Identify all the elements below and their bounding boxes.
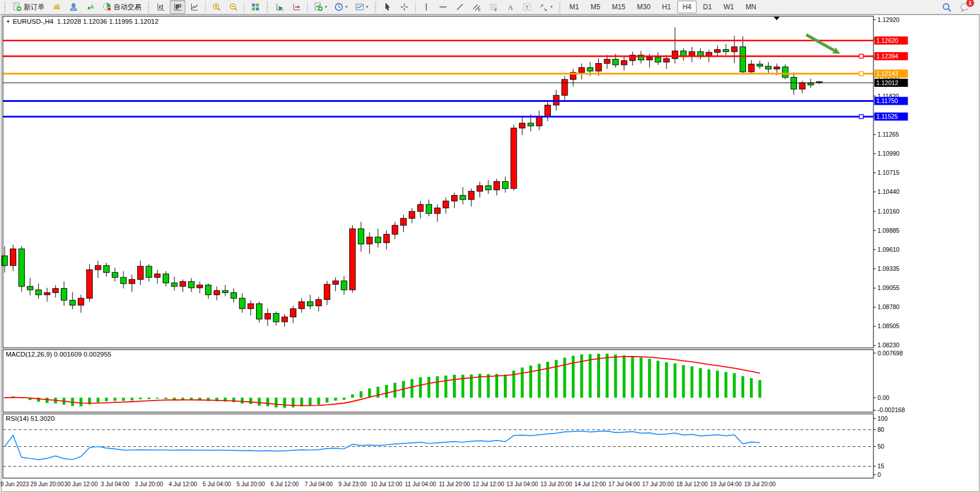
- toolbar: 新订单自动交易▾▾▾EFAT↗↘▾M1M5M15M30H1H4D1W1MN1: [0, 0, 980, 14]
- text-button[interactable]: A: [503, 0, 518, 14]
- auto-scroll-icon: [275, 2, 284, 12]
- chart-shift-icon: [291, 2, 301, 12]
- tile-windows-button[interactable]: [247, 0, 263, 14]
- tf-w1-button[interactable]: W1: [718, 1, 739, 13]
- zoom-out-icon: [228, 2, 238, 12]
- notification-badge: 1: [966, 0, 975, 8]
- text-icon: A: [506, 2, 515, 12]
- text-label-icon: T: [522, 2, 532, 12]
- templates-button[interactable]: ▾: [352, 0, 371, 14]
- person-icon: [69, 2, 78, 12]
- quotes-button[interactable]: [49, 0, 64, 14]
- bars-icon: [156, 2, 166, 12]
- auto-scroll-button[interactable]: [272, 0, 287, 14]
- zoom-out-button[interactable]: [225, 0, 241, 14]
- gold-icon: [52, 2, 61, 12]
- svg-text:E: E: [478, 8, 481, 12]
- text-label-button[interactable]: T: [520, 0, 535, 14]
- tf-m5-button[interactable]: M5: [586, 1, 606, 13]
- fibonacci-icon: F: [489, 2, 498, 12]
- person-icon: [68, 2, 78, 12]
- arrows-icon: ↗↘: [539, 2, 549, 12]
- chart-shift-icon: [292, 2, 301, 12]
- template-icon: [354, 2, 364, 12]
- globe-icon: [102, 2, 112, 12]
- crosshair-icon: [400, 2, 409, 12]
- clock-icon: [334, 2, 343, 12]
- crosshair-button[interactable]: [397, 0, 412, 14]
- notifications-button[interactable]: 1: [960, 2, 970, 12]
- toolbar-separator: [244, 2, 244, 13]
- cursor-icon: [383, 2, 392, 12]
- equidistant-channel-button[interactable]: E: [469, 0, 485, 14]
- zoom-in-icon: [211, 2, 221, 12]
- vline-icon: [422, 2, 431, 12]
- new-order-icon: [12, 2, 22, 12]
- new-order-button-label: 新订单: [24, 2, 45, 12]
- svg-text:F: F: [495, 8, 497, 12]
- chart-shift-button[interactable]: [288, 0, 304, 14]
- template-icon: [355, 2, 364, 12]
- horizontal-line-button[interactable]: [436, 0, 451, 14]
- toolbar-grip[interactable]: [3, 2, 6, 13]
- arrows-button[interactable]: ↗↘▾: [536, 0, 556, 14]
- line-chart-button[interactable]: [187, 0, 202, 14]
- channel-icon: E: [472, 2, 481, 12]
- candlestick-chart-button[interactable]: [170, 0, 185, 14]
- zoom-in-button[interactable]: [209, 0, 224, 14]
- periods-button[interactable]: ▾: [331, 0, 351, 14]
- svg-text:A: A: [508, 3, 514, 12]
- toolbar-grip[interactable]: [374, 2, 377, 13]
- signal-icon: [85, 2, 95, 12]
- tf-mn-button[interactable]: MN: [740, 1, 762, 13]
- indicators-button[interactable]: ▾: [310, 0, 330, 14]
- news-button[interactable]: [82, 0, 98, 14]
- tf-m1-button[interactable]: M1: [564, 1, 584, 13]
- toolbar-grip[interactable]: [558, 2, 561, 13]
- autotrading-button-label: 自动交易: [114, 2, 141, 12]
- tf-h4-button[interactable]: H4: [677, 1, 696, 13]
- trendline-icon: [455, 2, 465, 12]
- chart-window[interactable]: [1, 14, 979, 492]
- trendline-button[interactable]: [452, 0, 468, 14]
- signal-icon: [86, 2, 95, 12]
- channel-icon: E: [472, 2, 482, 12]
- tf-d1-button[interactable]: D1: [698, 1, 717, 13]
- candles-icon: [173, 2, 182, 12]
- zoom-out-icon: [229, 2, 238, 12]
- toolbar-separator: [205, 2, 206, 13]
- new-order-button[interactable]: 新订单: [9, 0, 47, 14]
- dropdown-arrow-icon[interactable]: ▾: [551, 5, 553, 9]
- svg-text:↘: ↘: [543, 6, 548, 12]
- hline-icon: [438, 2, 448, 12]
- tf-m30-button[interactable]: M30: [632, 1, 656, 13]
- toolbar-right: 1: [942, 2, 979, 12]
- vertical-line-button[interactable]: [419, 0, 434, 14]
- bar-chart-button[interactable]: [153, 0, 169, 14]
- dropdown-arrow-icon[interactable]: ▾: [325, 5, 327, 9]
- text-icon: A: [506, 2, 515, 12]
- new-order-icon: [13, 2, 22, 12]
- zoom-in-icon: [212, 2, 221, 12]
- fibonacci-button[interactable]: F: [486, 0, 502, 14]
- dropdown-arrow-icon[interactable]: ▾: [366, 5, 368, 9]
- crosshair-icon: [400, 2, 409, 12]
- toolbar-grip[interactable]: [147, 2, 150, 13]
- toolbar-grip[interactable]: [266, 2, 269, 13]
- auto-scroll-icon: [275, 2, 284, 12]
- tile-windows-icon: [250, 2, 260, 12]
- profile-button[interactable]: [65, 0, 81, 14]
- svg-text:T: T: [525, 4, 529, 10]
- tf-h1-button[interactable]: H1: [657, 1, 676, 13]
- cursor-button[interactable]: [380, 0, 396, 14]
- clock-icon: [334, 2, 344, 12]
- globe-icon: [103, 2, 112, 12]
- indicators-icon: [314, 2, 323, 12]
- app-root: { "toolbar": { "groups": [ {"grip": true…: [0, 0, 980, 492]
- autotrading-button[interactable]: 自动交易: [99, 0, 144, 14]
- bars-icon: [156, 2, 166, 12]
- dropdown-arrow-icon[interactable]: ▾: [346, 5, 348, 9]
- search-button[interactable]: [942, 2, 952, 12]
- tf-m15-button[interactable]: M15: [606, 1, 630, 13]
- toolbar-separator: [307, 2, 308, 13]
